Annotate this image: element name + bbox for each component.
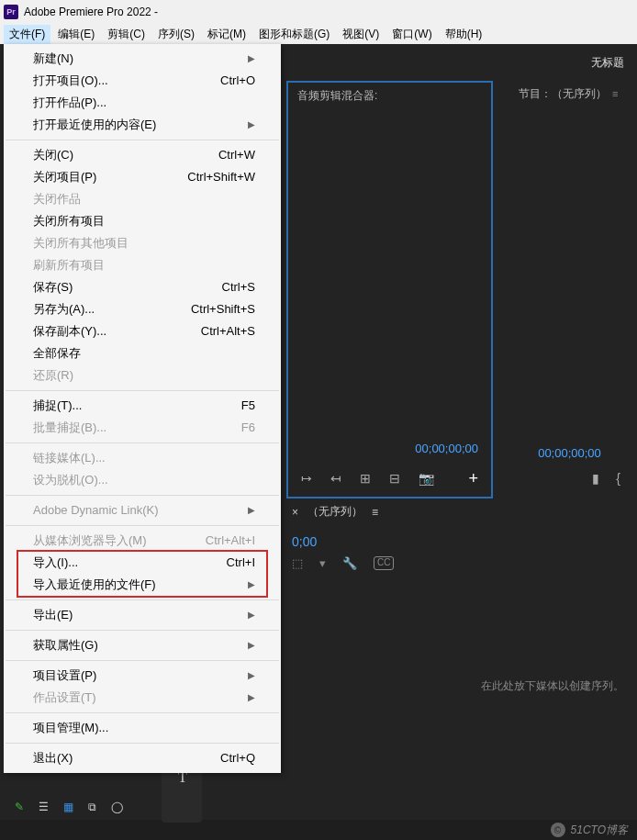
marker-in-icon[interactable]: ↦ — [301, 471, 312, 486]
audio-clip-mixer-panel: 音频剪辑混合器: 00;00;00;00 ↦ ↤ ⊞ ⊟ 📷 + — [286, 81, 493, 498]
titlebar: Pr Adobe Premiere Pro 2022 - — [0, 0, 637, 24]
menu-item[interactable]: 保存副本(Y)...Ctrl+Alt+S — [4, 320, 281, 342]
menu-item[interactable]: 关闭(C)Ctrl+W — [4, 144, 281, 166]
wrench-icon[interactable]: 🔧 — [342, 556, 357, 570]
menu-item: 从媒体浏览器导入(M)Ctrl+Alt+I — [4, 530, 281, 552]
insert-icon[interactable]: ⊞ — [360, 471, 371, 486]
menu-item[interactable]: 获取属性(G)▶ — [4, 634, 281, 656]
app-title: Adobe Premiere Pro 2022 - — [24, 6, 158, 18]
app-icon: Pr — [4, 5, 18, 19]
menu-file[interactable]: 文件(F) — [4, 25, 50, 44]
menu-item: 作品设置(T)▶ — [4, 687, 281, 709]
menu-item: 还原(R) — [4, 364, 281, 386]
marker-out-icon[interactable]: ↤ — [330, 471, 341, 486]
timeline-title: （无序列） — [307, 504, 363, 520]
menu-item: Adobe Dynamic Link(K)▶ — [4, 499, 281, 521]
tile-view-icon[interactable]: ▦ — [63, 801, 73, 813]
menu-sequence[interactable]: 序列(S) — [152, 25, 200, 44]
bottom-toolbar: ✎ ☰ ▦ ⧉ ◯ — [0, 794, 637, 820]
menu-item: 批量捕捉(B)...F6 — [4, 417, 281, 439]
zoom-icon[interactable]: ◯ — [111, 801, 123, 813]
menu-marker[interactable]: 标记(M) — [202, 25, 251, 44]
marker-icon[interactable]: ▮ — [592, 471, 599, 486]
menu-graphics[interactable]: 图形和标题(G) — [253, 25, 335, 44]
menu-item[interactable]: 全部保存 — [4, 342, 281, 364]
cc-logo-icon: © — [551, 823, 565, 837]
menubar[interactable]: 文件(F) 编辑(E) 剪辑(C) 序列(S) 标记(M) 图形和标题(G) 视… — [0, 24, 637, 44]
menu-item[interactable]: 新建(N)▶ — [4, 48, 281, 70]
menu-item[interactable]: 退出(X)Ctrl+Q — [4, 747, 281, 769]
add-icon[interactable]: + — [468, 469, 478, 488]
watermark-text: 51CTO博客 — [571, 823, 628, 838]
menu-item: 设为脱机(O)... — [4, 469, 281, 491]
menu-item[interactable]: 导入最近使用的文件(F)▶ — [4, 574, 281, 596]
snap-icon[interactable]: ⬚ — [292, 556, 303, 570]
menu-clip[interactable]: 剪辑(C) — [102, 25, 151, 44]
menu-window[interactable]: 窗口(W) — [386, 25, 437, 44]
menu-edit[interactable]: 编辑(E) — [52, 25, 100, 44]
menu-help[interactable]: 帮助(H) — [440, 25, 488, 44]
menu-item: 刷新所有项目 — [4, 254, 281, 276]
menu-item[interactable]: 项目管理(M)... — [4, 717, 281, 739]
audio-timecode: 00;00;00;00 — [415, 442, 478, 455]
menu-item[interactable]: 项目设置(P)▶ — [4, 665, 281, 687]
timeline-menu-icon[interactable]: ≡ — [372, 506, 378, 519]
untitled-tab[interactable]: 无标题 — [591, 55, 624, 71]
bracket-icon[interactable]: { — [616, 471, 620, 486]
timeline-header: × （无序列） ≡ — [283, 498, 637, 525]
overwrite-icon[interactable]: ⊟ — [389, 471, 400, 486]
menu-item[interactable]: 保存(S)Ctrl+S — [4, 276, 281, 298]
menu-item[interactable]: 打开最近使用的内容(E)▶ — [4, 114, 281, 136]
menu-view[interactable]: 视图(V) — [337, 25, 385, 44]
program-timecode: 00;00;00;00 — [509, 446, 630, 460]
menu-item: 关闭所有其他项目 — [4, 232, 281, 254]
program-monitor-panel: 节目：（无序列） ≡ 00;00;00;00 ▮ { — [502, 81, 637, 498]
pencil-icon[interactable]: ✎ — [15, 801, 24, 813]
file-menu-dropdown[interactable]: 新建(N)▶打开项目(O)...Ctrl+O打开作品(P)...打开最近使用的内… — [4, 44, 281, 773]
audio-panel-title: 音频剪辑混合器: — [297, 88, 377, 104]
watermark: © 51CTO博客 — [0, 820, 637, 840]
audio-iconbar: ↦ ↤ ⊞ ⊟ 📷 + — [288, 460, 491, 497]
menu-item[interactable]: 关闭所有项目 — [4, 210, 281, 232]
menu-item[interactable]: 打开作品(P)... — [4, 92, 281, 114]
link-icon[interactable]: ▾ — [319, 556, 326, 570]
menu-item[interactable]: 关闭项目(P)Ctrl+Shift+W — [4, 166, 281, 188]
freeform-icon[interactable]: ⧉ — [88, 801, 96, 813]
list-view-icon[interactable]: ☰ — [39, 801, 49, 813]
cc-icon[interactable]: CC — [374, 556, 394, 570]
panel-menu-icon[interactable]: ≡ — [612, 88, 618, 99]
menu-item[interactable]: 另存为(A)...Ctrl+Shift+S — [4, 298, 281, 320]
menu-item[interactable]: 导入(I)...Ctrl+I — [4, 552, 281, 574]
menu-item[interactable]: 捕捉(T)...F5 — [4, 395, 281, 417]
menu-item[interactable]: 导出(E)▶ — [4, 604, 281, 626]
timeline-timecode: 0;00 — [292, 534, 628, 549]
audio-panel-body — [288, 108, 491, 436]
menu-item: 链接媒体(L)... — [4, 447, 281, 469]
menu-item[interactable]: 打开项目(O)...Ctrl+O — [4, 70, 281, 92]
snapshot-icon[interactable]: 📷 — [419, 471, 434, 486]
menu-item: 关闭作品 — [4, 188, 281, 210]
program-panel-title: 节目：（无序列） — [519, 86, 607, 102]
